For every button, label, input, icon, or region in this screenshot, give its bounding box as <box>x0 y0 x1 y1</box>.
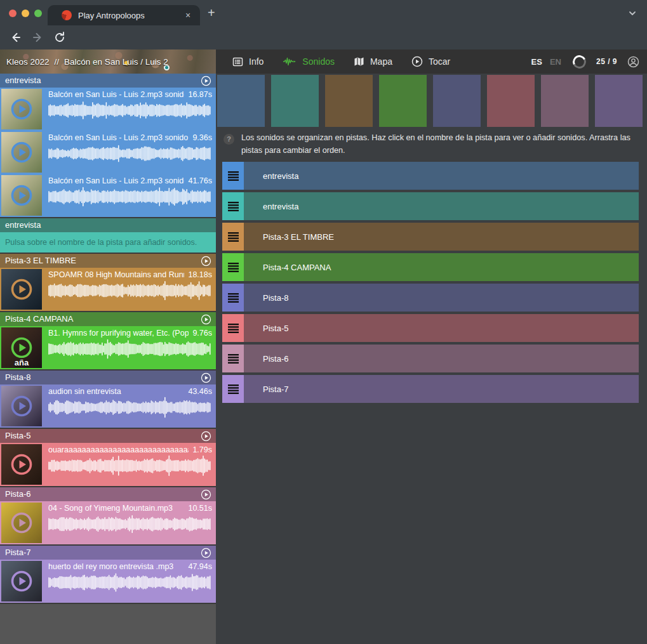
clip-play-icon[interactable] <box>10 570 33 593</box>
window-zoom-button[interactable] <box>34 10 42 17</box>
tab-sonidos[interactable]: Sonidos <box>283 56 335 67</box>
tab-search-chevron-icon[interactable] <box>628 9 637 18</box>
clip-play-icon[interactable] <box>10 511 33 534</box>
track-row[interactable]: Pista-7 <box>222 375 639 403</box>
lang-en-button[interactable]: EN <box>550 57 561 67</box>
audio-clip[interactable]: audion sin entrevista 43.46s <box>0 384 216 428</box>
track-drag-handle[interactable] <box>222 192 244 220</box>
balcony-photo[interactable] <box>1 132 42 173</box>
track-drag-handle[interactable] <box>222 223 244 251</box>
clip-waveform[interactable] <box>48 513 212 535</box>
clip-play-icon[interactable] <box>10 395 33 417</box>
clip-play-icon[interactable] <box>10 336 33 359</box>
track-play-icon[interactable] <box>201 76 211 86</box>
pattern-cell[interactable] <box>379 75 427 127</box>
track-row-name[interactable]: Pista-5 <box>244 314 639 342</box>
audio-clip[interactable]: huerto del rey moro entrevista .mp3 47.9… <box>0 560 216 603</box>
pattern-cell[interactable] <box>595 75 643 127</box>
clip-waveform[interactable] <box>48 455 212 476</box>
track-row-name[interactable]: entrevista <box>244 192 639 220</box>
track-row-name[interactable]: Pista-7 <box>244 375 639 403</box>
track-play-icon[interactable] <box>201 548 211 558</box>
pattern-cell[interactable] <box>271 75 319 127</box>
clip-waveform[interactable] <box>48 280 212 301</box>
map-thumbnail[interactable]: Kleos 2022 // Balcón en San Luis / Luis … <box>0 49 216 74</box>
track-row[interactable]: Pista-8 <box>222 284 639 312</box>
track-play-icon[interactable] <box>201 256 211 266</box>
clip-play-icon[interactable] <box>10 278 33 301</box>
clip-waveform[interactable] <box>48 572 212 593</box>
back-button[interactable] <box>9 31 22 44</box>
window-minimize-button[interactable] <box>22 10 29 17</box>
track-row[interactable]: Pista-4 CAMPANA <box>222 253 639 281</box>
balcony-photo[interactable] <box>1 175 42 216</box>
tab-mapa[interactable]: Mapa <box>354 56 392 67</box>
track-drag-handle[interactable] <box>222 375 244 403</box>
track-row[interactable]: Pista-6 <box>222 345 639 372</box>
audio-clip[interactable]: 04 - Song of Yimeng Mountain.mp3 10.51s <box>0 501 216 544</box>
track-row[interactable]: Pista-5 <box>222 314 639 342</box>
audio-clip[interactable]: Balcón en San Luis - Luis 2.mp3 sonido h… <box>0 174 216 217</box>
audio-clip[interactable]: Balcón en San Luis - Luis 2.mp3 sonido h… <box>0 88 216 131</box>
track-section-header[interactable]: Pista-6 <box>0 487 216 501</box>
dark-character[interactable] <box>1 561 42 601</box>
breadcrumb-project[interactable]: Kleos 2022 <box>6 57 50 67</box>
anime-portrait[interactable] <box>1 269 42 310</box>
track-section-header[interactable]: Pista-8 <box>0 371 216 384</box>
clip-waveform[interactable] <box>48 397 212 418</box>
track-section-header[interactable]: Pista-5 <box>0 429 216 443</box>
track-drag-handle[interactable] <box>222 162 244 190</box>
tab-info[interactable]: Info <box>232 56 263 67</box>
browser-tab[interactable]: Play Antropoloops × <box>48 5 200 25</box>
track-drag-handle[interactable] <box>222 284 244 312</box>
balcony-photo[interactable] <box>1 89 42 129</box>
pattern-cell[interactable] <box>433 75 481 127</box>
track-section-header[interactable]: entrevista <box>0 218 216 232</box>
pattern-cell[interactable] <box>325 75 373 127</box>
track-section-header[interactable]: Pista-7 <box>0 546 216 560</box>
clip-play-icon[interactable] <box>10 141 33 164</box>
lang-es-button[interactable]: ES <box>531 57 542 67</box>
track-row-name[interactable]: Pista-6 <box>244 345 639 372</box>
track-row-name[interactable]: Pista-3 EL TIMBRE <box>244 223 639 251</box>
tab-tocar[interactable]: Tocar <box>411 56 450 67</box>
robot-figure[interactable] <box>1 386 42 426</box>
dark-scene[interactable]: aña <box>1 327 42 368</box>
track-row-name[interactable]: Pista-8 <box>244 284 639 312</box>
clip-waveform[interactable] <box>48 100 212 121</box>
anime-yellow[interactable] <box>1 503 42 543</box>
clip-play-icon[interactable] <box>10 98 33 121</box>
account-icon[interactable] <box>627 56 639 68</box>
track-drag-handle[interactable] <box>222 345 244 372</box>
track-section-header[interactable]: Pista-3 EL TIMBRE <box>0 254 216 268</box>
clip-waveform[interactable] <box>48 338 212 360</box>
track-play-icon[interactable] <box>201 372 211 383</box>
new-tab-button[interactable]: + <box>208 6 215 19</box>
track-row[interactable]: entrevista <box>222 192 639 220</box>
track-section-header[interactable]: entrevista <box>0 74 216 88</box>
track-drag-handle[interactable] <box>222 253 244 281</box>
tab-close-icon[interactable]: × <box>182 10 194 20</box>
pattern-cell[interactable] <box>541 75 589 127</box>
track-row[interactable]: entrevista <box>222 162 639 190</box>
track-play-icon[interactable] <box>201 489 211 500</box>
track-play-icon[interactable] <box>201 314 211 325</box>
track-row-name[interactable]: entrevista <box>244 162 639 190</box>
audio-clip[interactable]: SPOAMR 08 High Mountains and Running ...… <box>0 268 216 311</box>
clip-waveform[interactable] <box>48 186 212 207</box>
track-row-name[interactable]: Pista-4 CAMPANA <box>244 253 639 281</box>
reload-button[interactable] <box>53 31 66 44</box>
audio-clip[interactable]: ouaraaaaaaaaaaaaaaaaaaaaaaaaaaaaaaaaaa..… <box>0 443 216 486</box>
track-row[interactable]: Pista-3 EL TIMBRE <box>222 223 639 251</box>
window-close-button[interactable] <box>9 10 17 17</box>
clip-play-icon[interactable] <box>10 184 33 207</box>
pattern-cell[interactable] <box>217 75 265 127</box>
audio-clip[interactable]: Balcón en San Luis - Luis 2.mp3 sonido h… <box>0 131 216 174</box>
track-play-icon[interactable] <box>201 431 211 442</box>
clip-waveform[interactable] <box>48 143 212 164</box>
pattern-cell[interactable] <box>487 75 535 127</box>
track-section-header[interactable]: Pista-4 CAMPANA <box>0 312 216 326</box>
clip-play-icon[interactable] <box>10 453 33 476</box>
dark-face[interactable] <box>1 444 42 485</box>
forward-button[interactable] <box>32 31 44 44</box>
